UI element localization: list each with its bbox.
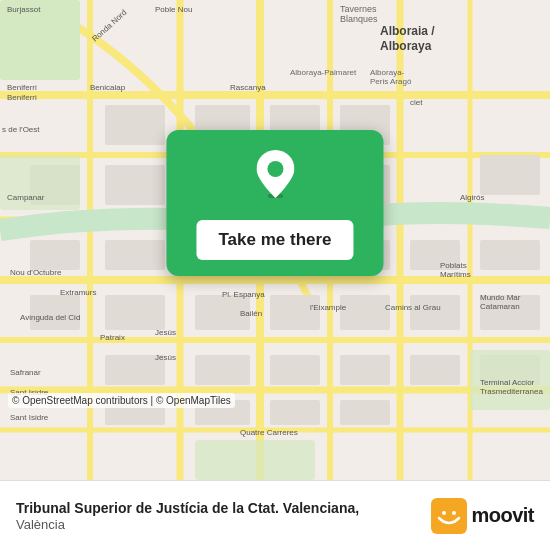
location-info: Tribunal Superior de Justícia de la Ctat… — [16, 499, 431, 532]
svg-rect-33 — [30, 240, 80, 270]
svg-rect-29 — [270, 295, 320, 330]
svg-rect-39 — [410, 355, 460, 385]
map-attribution: © OpenStreetMap contributors | © OpenMap… — [8, 393, 235, 408]
svg-text:Alboraya-Palmaret: Alboraya-Palmaret — [290, 68, 357, 77]
svg-text:Quatre Carreres: Quatre Carreres — [240, 428, 298, 437]
svg-rect-37 — [270, 355, 320, 385]
svg-text:Terminal Accior: Terminal Accior — [480, 378, 535, 387]
svg-text:Burjassot: Burjassot — [7, 5, 41, 14]
svg-text:Patraix: Patraix — [100, 333, 125, 342]
svg-text:Nou d'Octubre: Nou d'Octubre — [10, 268, 62, 277]
map-container: Tavernes Blanques Alboraia / Alboraya Al… — [0, 0, 550, 480]
svg-text:Marítims: Marítims — [440, 270, 471, 279]
svg-rect-22 — [105, 240, 165, 270]
svg-text:Rascanya: Rascanya — [230, 83, 266, 92]
svg-text:Sant Isidre: Sant Isidre — [10, 413, 49, 422]
svg-text:Poble Nou: Poble Nou — [155, 5, 192, 14]
svg-text:Beniferri: Beniferri — [7, 83, 37, 92]
svg-text:Blanques: Blanques — [340, 14, 378, 24]
svg-rect-31 — [410, 295, 460, 330]
svg-text:Bailén: Bailén — [240, 309, 262, 318]
green-card: Take me there — [166, 130, 383, 276]
svg-rect-14 — [105, 105, 165, 145]
svg-text:Jesús: Jesús — [155, 328, 176, 337]
svg-rect-30 — [340, 295, 390, 330]
svg-point-99 — [442, 511, 446, 515]
svg-text:Tavernes: Tavernes — [340, 4, 377, 14]
location-city: València — [16, 517, 431, 532]
svg-text:Trasmediterranea: Trasmediterranea — [480, 387, 543, 396]
svg-point-95 — [267, 161, 283, 177]
svg-point-100 — [452, 511, 456, 515]
moovit-logo: M moovit — [431, 498, 534, 534]
svg-rect-44 — [480, 155, 540, 195]
svg-rect-38 — [340, 355, 390, 385]
svg-text:clet: clet — [410, 98, 423, 107]
svg-text:Avinguda del Cid: Avinguda del Cid — [20, 313, 80, 322]
svg-rect-45 — [480, 240, 540, 270]
take-me-there-overlay: Take me there — [166, 130, 383, 276]
svg-text:Alboraya-: Alboraya- — [370, 68, 405, 77]
bottom-bar: Tribunal Superior de Justícia de la Ctat… — [0, 480, 550, 550]
svg-rect-51 — [195, 440, 315, 480]
svg-text:Alboraya: Alboraya — [380, 39, 432, 53]
svg-text:Extramurs: Extramurs — [60, 288, 96, 297]
svg-text:Beniferri: Beniferri — [7, 93, 37, 102]
svg-text:Pl. Espanya: Pl. Espanya — [222, 290, 265, 299]
location-pin-icon — [256, 150, 294, 202]
svg-text:s de l'Oest: s de l'Oest — [2, 125, 40, 134]
svg-text:l'Eixample: l'Eixample — [310, 303, 347, 312]
moovit-label: moovit — [471, 504, 534, 527]
svg-text:Catamaran: Catamaran — [480, 302, 520, 311]
svg-text:Peris Aragó: Peris Aragó — [370, 77, 412, 86]
svg-text:Alboraia /: Alboraia / — [380, 24, 435, 38]
svg-text:Camins al Grau: Camins al Grau — [385, 303, 441, 312]
svg-text:Campanar: Campanar — [7, 193, 45, 202]
svg-text:Poblats: Poblats — [440, 261, 467, 270]
svg-text:Jesús: Jesús — [155, 353, 176, 362]
svg-rect-15 — [105, 165, 165, 205]
svg-text:Benicalap: Benicalap — [90, 83, 126, 92]
svg-text:Algirós: Algirós — [460, 193, 484, 202]
svg-rect-42 — [270, 400, 320, 425]
take-me-there-button[interactable]: Take me there — [196, 220, 353, 260]
svg-rect-43 — [340, 400, 390, 425]
svg-rect-27 — [105, 295, 165, 330]
svg-text:Mundo Mar: Mundo Mar — [480, 293, 521, 302]
moovit-icon: M — [431, 498, 467, 534]
location-name: Tribunal Superior de Justícia de la Ctat… — [16, 499, 431, 517]
svg-rect-36 — [195, 355, 250, 385]
svg-text:Safranar: Safranar — [10, 368, 41, 377]
